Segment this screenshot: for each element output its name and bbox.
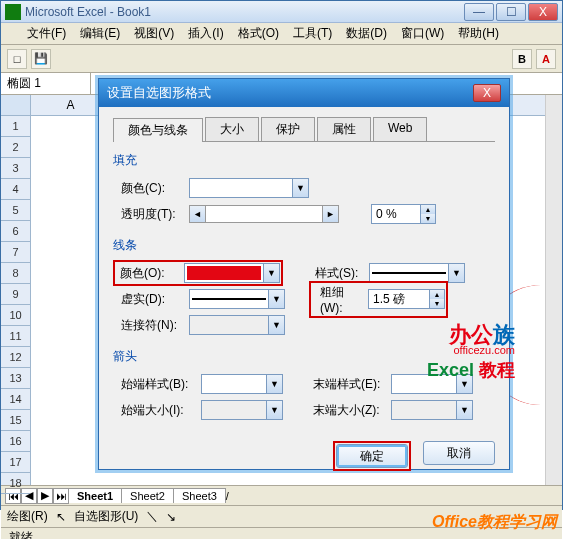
row-headers: 1 2 3 4 5 6 7 8 9 10 11 12 13 14 15 16 1…	[1, 95, 31, 485]
row-header[interactable]: 4	[1, 179, 30, 200]
chevron-down-icon[interactable]: ▼	[268, 290, 284, 308]
workbook-icon	[5, 27, 19, 41]
menu-edit[interactable]: 编辑(E)	[74, 23, 126, 44]
line-style-label: 样式(S):	[307, 265, 363, 282]
menubar: 文件(F) 编辑(E) 视图(V) 插入(I) 格式(O) 工具(T) 数据(D…	[1, 23, 562, 45]
dialog-close-button[interactable]: X	[473, 84, 501, 102]
transparency-slider[interactable]: ◄ ►	[189, 205, 339, 223]
name-box[interactable]: 椭圆 1	[1, 73, 91, 94]
line-tool-icon[interactable]: ＼	[146, 508, 158, 525]
menu-insert[interactable]: 插入(I)	[182, 23, 229, 44]
sheet-tab-1[interactable]: Sheet1	[68, 488, 122, 503]
weight-spin[interactable]: ▲▼	[368, 289, 445, 309]
connector-label: 连接符(N):	[113, 317, 183, 334]
tab-protection[interactable]: 保护	[261, 117, 315, 141]
row-header[interactable]: 16	[1, 431, 30, 452]
ok-button[interactable]: 确定	[336, 444, 408, 468]
row-header[interactable]: 2	[1, 137, 30, 158]
close-button[interactable]: X	[528, 3, 558, 21]
new-button[interactable]: □	[7, 49, 27, 69]
standard-toolbar: □ 💾 B A	[1, 45, 562, 73]
sheet-tab-2[interactable]: Sheet2	[121, 488, 174, 503]
row-header[interactable]: 12	[1, 347, 30, 368]
spin-down-icon[interactable]: ▼	[420, 214, 435, 223]
fill-color-combo[interactable]: ▼	[189, 178, 309, 198]
status-text: 就绪	[9, 529, 33, 539]
cancel-button[interactable]: 取消	[423, 441, 495, 465]
weight-label: 粗细(W):	[312, 284, 362, 315]
begin-size-label: 始端大小(I):	[113, 402, 195, 419]
font-color-button[interactable]: A	[536, 49, 556, 69]
menu-window[interactable]: 窗口(W)	[395, 23, 450, 44]
tab-properties[interactable]: 属性	[317, 117, 371, 141]
arrow-tool-icon[interactable]: ↘	[166, 510, 176, 524]
row-header[interactable]: 1	[1, 116, 30, 137]
vertical-scrollbar[interactable]	[545, 95, 562, 485]
titlebar: Microsoft Excel - Book1 — ☐ X	[1, 1, 562, 23]
row-header[interactable]: 8	[1, 263, 30, 284]
row-header[interactable]: 3	[1, 158, 30, 179]
menu-tools[interactable]: 工具(T)	[287, 23, 338, 44]
row-header[interactable]: 15	[1, 410, 30, 431]
transparency-label: 透明度(T):	[113, 206, 183, 223]
row-header[interactable]: 6	[1, 221, 30, 242]
spin-down-icon[interactable]: ▼	[429, 299, 444, 308]
sheet-tab-bar: ⏮ ◀ ▶ ⏭ Sheet1 Sheet2 Sheet3 /	[1, 485, 562, 505]
weight-value[interactable]	[369, 292, 429, 306]
tab-size[interactable]: 大小	[205, 117, 259, 141]
watermark-site: Office教程学习网	[432, 512, 557, 533]
select-all-corner[interactable]	[1, 95, 30, 116]
row-header[interactable]: 17	[1, 452, 30, 473]
draw-menu[interactable]: 绘图(R)	[7, 508, 48, 525]
dialog-titlebar: 设置自选图形格式 X	[99, 79, 509, 107]
chevron-down-icon[interactable]: ▼	[266, 375, 282, 393]
bold-button[interactable]: B	[512, 49, 532, 69]
connector-combo: ▼	[189, 315, 285, 335]
chevron-down-icon: ▼	[266, 401, 282, 419]
spin-up-icon[interactable]: ▲	[429, 290, 444, 299]
row-header[interactable]: 5	[1, 200, 30, 221]
row-header[interactable]: 13	[1, 368, 30, 389]
pointer-icon[interactable]: ↖	[56, 510, 66, 524]
row-header[interactable]: 9	[1, 284, 30, 305]
sheet-tab-3[interactable]: Sheet3	[173, 488, 226, 503]
menu-help[interactable]: 帮助(H)	[452, 23, 505, 44]
line-color-label: 颜色(O):	[116, 265, 178, 282]
transparency-spin[interactable]: ▲▼	[371, 204, 436, 224]
row-header[interactable]: 18	[1, 473, 30, 494]
minimize-button[interactable]: —	[464, 3, 494, 21]
row-header[interactable]: 14	[1, 389, 30, 410]
transparency-value[interactable]	[372, 207, 420, 221]
line-group-label: 线条	[113, 237, 495, 254]
end-size-label: 末端大小(Z):	[305, 402, 385, 419]
menu-format[interactable]: 格式(O)	[232, 23, 285, 44]
row-header[interactable]: 7	[1, 242, 30, 263]
watermark-excel: Excel 教程	[427, 358, 515, 382]
slider-right-icon[interactable]: ►	[322, 206, 338, 222]
tab-web[interactable]: Web	[373, 117, 427, 141]
maximize-button[interactable]: ☐	[496, 3, 526, 21]
line-color-combo[interactable]: ▼	[184, 263, 280, 283]
chevron-down-icon[interactable]: ▼	[292, 179, 308, 197]
dialog-tabs: 颜色与线条 大小 保护 属性 Web	[113, 117, 495, 142]
chevron-down-icon[interactable]: ▼	[263, 264, 279, 282]
row-header[interactable]: 11	[1, 326, 30, 347]
chevron-down-icon[interactable]: ▼	[448, 264, 464, 282]
tab-nav-last-icon[interactable]: ⏭	[53, 488, 69, 504]
watermark-url: officezu.com	[453, 344, 515, 356]
slider-left-icon[interactable]: ◄	[190, 206, 206, 222]
tab-nav-next-icon[interactable]: ▶	[37, 488, 53, 504]
save-button[interactable]: 💾	[31, 49, 51, 69]
tab-end-slash: /	[226, 490, 229, 502]
fill-color-label: 颜色(C):	[113, 180, 183, 197]
menu-file[interactable]: 文件(F)	[21, 23, 72, 44]
begin-style-combo[interactable]: ▼	[201, 374, 283, 394]
row-header[interactable]: 10	[1, 305, 30, 326]
dash-combo[interactable]: ▼	[189, 289, 285, 309]
tab-colors-lines[interactable]: 颜色与线条	[113, 118, 203, 142]
menu-data[interactable]: 数据(D)	[340, 23, 393, 44]
spin-up-icon[interactable]: ▲	[420, 205, 435, 214]
chevron-down-icon: ▼	[456, 401, 472, 419]
menu-view[interactable]: 视图(V)	[128, 23, 180, 44]
autoshape-menu[interactable]: 自选图形(U)	[74, 508, 139, 525]
